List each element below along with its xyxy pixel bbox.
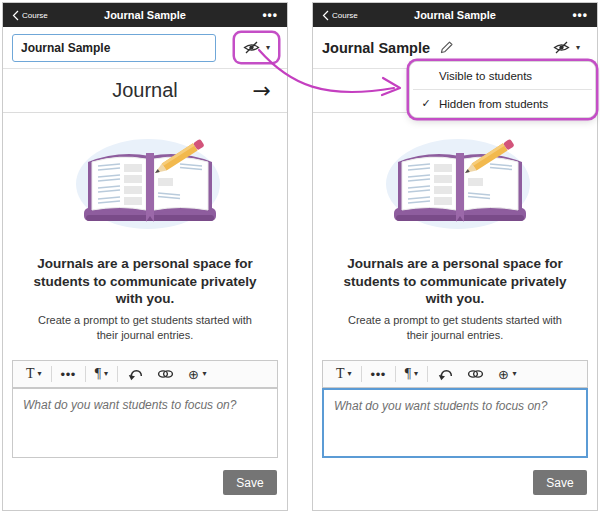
caret-down-icon: ▾	[104, 370, 108, 378]
link-icon	[467, 368, 484, 380]
prompt-textarea[interactable]	[322, 388, 588, 458]
check-icon: ✓	[419, 97, 433, 110]
editor-toolbar: T ▾ ••• ¶ ▾	[322, 360, 588, 388]
ellipsis-icon: •••	[371, 367, 386, 382]
prompt-textarea[interactable]	[12, 388, 278, 458]
more-options-button[interactable]: •••	[572, 8, 588, 22]
panel-left: Course Journal Sample ••• ▾ Journal →	[2, 2, 288, 511]
paragraph-button[interactable]: ¶ ▾	[88, 361, 115, 387]
eye-slash-icon	[243, 41, 260, 54]
caret-down-icon: ▾	[513, 370, 517, 378]
save-button[interactable]: Save	[223, 470, 277, 495]
journal-title-input[interactable]	[12, 34, 216, 62]
edit-title-button[interactable]	[439, 40, 454, 55]
menu-item-hidden-from-students[interactable]: ✓ Hidden from students	[410, 90, 595, 117]
visibility-menu: Visible to students ✓ Hidden from studen…	[409, 61, 596, 118]
app-title: Journal Sample	[3, 9, 287, 21]
text-style-button[interactable]: T ▾	[19, 361, 49, 387]
menu-item-label: Visible to students	[439, 70, 532, 82]
journal-illustration	[3, 113, 287, 247]
intro-bold-text: Journals are a personal space for studen…	[313, 255, 597, 308]
ellipsis-icon: •••	[61, 367, 76, 382]
heading-row: Journal →	[3, 69, 287, 113]
overflow-button[interactable]: •••	[54, 361, 83, 387]
save-row: Save	[313, 470, 587, 495]
link-button[interactable]	[150, 361, 181, 387]
screenshot-stage: Course Journal Sample ••• ▾ Journal →	[0, 0, 600, 513]
app-title: Journal Sample	[313, 9, 597, 21]
toolbar-divider	[51, 366, 52, 382]
save-button[interactable]: Save	[533, 470, 587, 495]
toolbar-divider	[361, 366, 362, 382]
toolbar-divider	[427, 366, 428, 382]
caret-down-icon: ▾	[414, 370, 418, 378]
caret-down-icon: ▾	[576, 44, 580, 52]
visibility-button[interactable]: ▾	[235, 33, 278, 62]
intro-small-text: Create a prompt to get students started …	[313, 313, 597, 344]
title-row: ▾	[3, 27, 287, 69]
intro-small-text: Create a prompt to get students started …	[3, 313, 287, 344]
prompt-editor: T ▾ ••• ¶ ▾	[12, 360, 278, 458]
menu-item-visible-to-students[interactable]: Visible to students	[410, 62, 595, 89]
menu-item-label: Hidden from students	[439, 98, 548, 110]
undo-button[interactable]	[430, 361, 460, 387]
editor-toolbar: T ▾ ••• ¶ ▾	[12, 360, 278, 388]
paragraph-icon: ¶	[95, 366, 101, 382]
insert-button[interactable]: ⊕ ▾	[491, 361, 523, 387]
link-button[interactable]	[460, 361, 491, 387]
app-bar: Course Journal Sample •••	[3, 3, 287, 27]
plus-circle-icon: ⊕	[188, 367, 199, 382]
visibility-button[interactable]: ▾	[545, 33, 588, 62]
overflow-button[interactable]: •••	[364, 361, 393, 387]
pencil-edit-icon	[439, 40, 454, 55]
app-bar: Course Journal Sample •••	[313, 3, 597, 27]
text-style-icon: T	[26, 366, 35, 382]
caret-down-icon: ▾	[348, 370, 352, 378]
eye-slash-icon	[553, 41, 570, 54]
text-style-icon: T	[336, 366, 345, 382]
text-style-button[interactable]: T ▾	[329, 361, 359, 387]
paragraph-button[interactable]: ¶ ▾	[398, 361, 425, 387]
undo-button[interactable]	[120, 361, 150, 387]
toolbar-divider	[85, 366, 86, 382]
more-options-button[interactable]: •••	[262, 8, 278, 22]
intro-bold-text: Journals are a personal space for studen…	[3, 255, 287, 308]
save-row: Save	[3, 470, 277, 495]
panel-right: Course Journal Sample ••• Journal Sample	[312, 2, 598, 511]
open-journal-arrow-button[interactable]: →	[237, 78, 287, 103]
insert-button[interactable]: ⊕ ▾	[181, 361, 213, 387]
toolbar-divider	[117, 366, 118, 382]
paragraph-icon: ¶	[405, 366, 411, 382]
toolbar-divider	[395, 366, 396, 382]
prompt-editor: T ▾ ••• ¶ ▾	[322, 360, 588, 458]
caret-down-icon: ▾	[203, 370, 207, 378]
journal-illustration	[313, 113, 597, 247]
caret-down-icon: ▾	[266, 44, 270, 52]
journal-title-text: Journal Sample	[322, 40, 430, 56]
caret-down-icon: ▾	[38, 370, 42, 378]
undo-icon	[127, 367, 143, 382]
undo-icon	[437, 367, 453, 382]
plus-circle-icon: ⊕	[498, 367, 509, 382]
link-icon	[157, 368, 174, 380]
